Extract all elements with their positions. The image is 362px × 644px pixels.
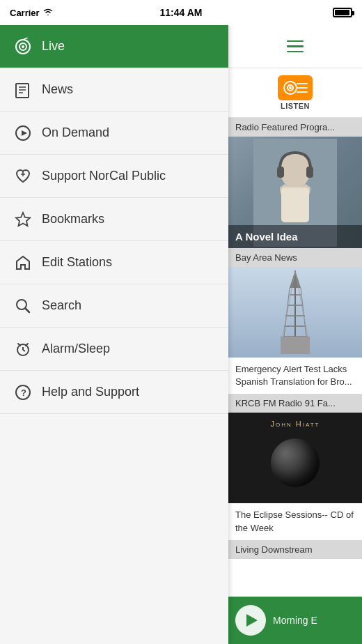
status-bar: Carrier 11:44 AM — [0, 0, 362, 25]
sidebar-item-help[interactable]: ? Help and Support — [0, 371, 228, 414]
sidebar-item-on-demand-label: On Demand — [42, 125, 109, 140]
star-icon — [11, 208, 35, 231]
now-playing-bar: Morning E — [228, 597, 362, 644]
sidebar-item-edit-stations[interactable]: Edit Stations — [0, 241, 228, 284]
alarm-icon — [11, 337, 35, 361]
section-krcb-header: KRCB FM Radio 91 Fa... — [228, 394, 362, 413]
eclipse-circle — [271, 438, 320, 487]
bay-area-card[interactable]: Emergency Alert Test Lacks Spanish Trans… — [228, 267, 362, 394]
svg-marker-9 — [22, 130, 27, 136]
listen-label: LISTEN — [281, 102, 310, 110]
section-radio-featured-header: Radio Featured Progra... — [228, 118, 362, 137]
svg-marker-12 — [16, 213, 30, 226]
wifi-icon — [42, 8, 54, 18]
section-living-downstream-header: Living Downstream — [228, 540, 362, 559]
radio-icon — [11, 35, 35, 59]
novel-idea-card[interactable]: A Novel Idea — [228, 137, 362, 248]
search-icon — [11, 294, 35, 318]
sidebar-item-news-label: News — [42, 82, 73, 97]
sidebar-item-support[interactable]: Support NorCal Public — [0, 155, 228, 198]
play-circle-icon — [11, 121, 35, 145]
sidebar-item-live-label: Live — [42, 39, 65, 54]
svg-rect-45 — [281, 337, 310, 354]
eclipse-card[interactable]: John Hiatt The Eclipse Sessions-- CD of … — [228, 413, 362, 539]
sidebar-item-edit-stations-label: Edit Stations — [42, 255, 112, 270]
battery-icon — [333, 8, 352, 17]
sidebar-item-help-label: Help and Support — [42, 385, 139, 399]
listen-button[interactable]: LISTEN — [228, 68, 362, 118]
section-bay-area-header: Bay Area News — [228, 248, 362, 267]
sidebar-item-on-demand[interactable]: On Demand — [0, 112, 228, 155]
bay-area-card-image — [228, 267, 362, 358]
sidebar-item-search-label: Search — [42, 298, 81, 313]
novel-idea-overlay: A Novel Idea — [228, 225, 362, 248]
content-feed: Radio Featured Progra... — [228, 118, 362, 644]
listen-icon-wrap: LISTEN — [278, 75, 313, 110]
right-panel: LISTEN Radio Featured Progra... — [228, 25, 362, 644]
newspaper-icon — [11, 78, 35, 102]
eclipse-caption-text: The Eclipse Sessions-- CD of the Week — [228, 503, 362, 539]
status-time: 11:44 AM — [160, 7, 203, 18]
listen-radio-icon — [278, 75, 313, 100]
sidebar-item-live[interactable]: Live — [0, 25, 228, 68]
svg-rect-30 — [277, 167, 284, 178]
right-header — [228, 25, 362, 68]
svg-line-3 — [23, 38, 28, 40]
play-button[interactable] — [235, 605, 266, 636]
sidebar-item-alarm[interactable]: Alarm/Sleep — [0, 328, 228, 371]
sidebar-item-search[interactable]: Search — [0, 284, 228, 328]
hamburger-menu[interactable] — [287, 40, 304, 53]
svg-rect-4 — [16, 84, 29, 98]
home-icon — [11, 251, 35, 275]
svg-point-24 — [289, 86, 292, 89]
svg-rect-31 — [306, 167, 313, 178]
carrier-label: Carrier — [10, 8, 54, 18]
svg-point-2 — [22, 45, 24, 48]
novel-card-image: A Novel Idea — [228, 137, 362, 248]
sidebar-item-bookmarks[interactable]: Bookmarks — [0, 198, 228, 241]
svg-line-14 — [26, 308, 30, 312]
eclipse-card-image: John Hiatt — [228, 413, 362, 503]
sidebar-item-support-label: Support NorCal Public — [42, 169, 166, 183]
play-triangle-icon — [246, 614, 258, 627]
album-artist-text: John Hiatt — [228, 420, 362, 428]
svg-rect-32 — [281, 187, 309, 222]
app-container: Live News On Demand — [0, 25, 362, 644]
help-circle-icon: ? — [11, 381, 35, 404]
sidebar-item-news[interactable]: News — [0, 68, 228, 112]
tower-svg — [228, 267, 362, 358]
svg-line-17 — [23, 350, 25, 351]
now-playing-title: Morning E — [273, 614, 317, 627]
sidebar-item-alarm-label: Alarm/Sleep — [42, 342, 110, 356]
svg-line-19 — [26, 344, 28, 346]
sidebar-item-bookmarks-label: Bookmarks — [42, 212, 104, 227]
status-right — [333, 8, 352, 17]
svg-text:?: ? — [21, 388, 26, 398]
bay-area-news-text: Emergency Alert Test Lacks Spanish Trans… — [228, 358, 362, 394]
heart-plus-icon — [11, 164, 35, 188]
svg-line-18 — [18, 344, 20, 346]
sidebar: Live News On Demand — [0, 25, 228, 644]
